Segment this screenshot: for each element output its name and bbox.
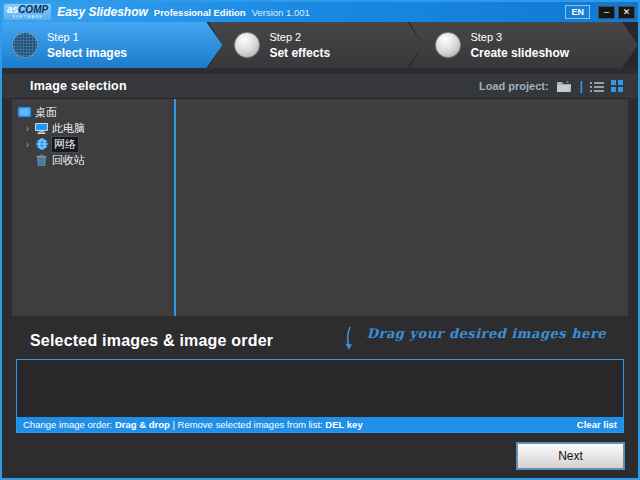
load-project-label: Load project: — [479, 80, 549, 92]
version-label: Version 1.001 — [252, 7, 310, 18]
info-bar: Change image order: Drag & drop | Remove… — [17, 417, 623, 432]
image-thumbnails-area[interactable] — [176, 99, 628, 316]
step1-number: Step 1 — [47, 31, 127, 43]
selected-images-header: Selected images & image order Drag your … — [2, 328, 638, 354]
tree-item-label: 桌面 — [35, 105, 57, 120]
tree-item-network[interactable]: › 网络 — [12, 136, 174, 152]
tree-item-label: 回收站 — [52, 153, 85, 168]
list-view-icon[interactable] — [590, 81, 604, 92]
recycle-bin-icon — [35, 154, 48, 166]
desktop-icon — [18, 106, 31, 118]
toolbar-separator: | — [580, 79, 583, 93]
tree-item-label-selected: 网络 — [52, 137, 78, 152]
title-bar[interactable]: asCOMP SOFTWARE Easy Slideshow Professio… — [2, 2, 638, 22]
ascomp-logo-icon: asCOMP SOFTWARE — [4, 4, 51, 20]
app-title: Easy Slideshow — [57, 5, 148, 19]
image-drop-zone[interactable] — [17, 360, 623, 417]
step1-label: Select images — [47, 46, 127, 60]
step3-label: Create slideshow — [470, 46, 569, 60]
step2-circle-icon — [234, 32, 260, 58]
selected-images-box: Change image order: Drag & drop | Remove… — [16, 359, 624, 433]
image-selection-header: Image selection Load project: | — [2, 74, 638, 98]
open-project-folder-icon[interactable] — [556, 80, 573, 93]
tab-step2-set-effects[interactable]: Step 2 Set effects — [208, 22, 423, 68]
tree-item-recycle-bin[interactable]: 回收站 — [12, 152, 174, 168]
app-window: asCOMP SOFTWARE Easy Slideshow Professio… — [0, 0, 640, 480]
curved-down-arrow-icon — [343, 326, 355, 356]
step3-number: Step 3 — [470, 31, 569, 43]
edition-label: Professional Edition — [154, 7, 246, 18]
close-icon[interactable]: ✕ — [618, 6, 635, 19]
image-browser: 桌面 › 此电脑 › 网络 回收站 — [12, 98, 628, 316]
tab-step1-select-images[interactable]: Step 1 Select images — [2, 22, 222, 68]
expander-icon[interactable]: › — [24, 123, 31, 134]
tree-item-label: 此电脑 — [52, 121, 85, 136]
wizard-steps: Step 1 Select images Step 2 Set effects … — [2, 22, 638, 68]
image-selection-title: Image selection — [30, 79, 127, 93]
thumbnail-view-icon[interactable] — [611, 80, 624, 92]
step2-number: Step 2 — [269, 31, 330, 43]
tree-item-desktop[interactable]: 桌面 — [12, 104, 174, 120]
tab-step3-create-slideshow[interactable]: Step 3 Create slideshow — [409, 22, 638, 68]
minimize-icon[interactable]: – — [598, 6, 615, 19]
logo-subtext: SOFTWARE — [12, 15, 43, 19]
computer-icon — [35, 122, 48, 134]
info-bar-hints: Change image order: Drag & drop | Remove… — [23, 419, 363, 430]
expander-icon[interactable]: › — [24, 139, 31, 150]
network-icon — [35, 138, 48, 150]
next-button[interactable]: Next — [517, 443, 624, 469]
drag-hint-text: Drag your desired images here — [367, 326, 606, 341]
step2-label: Set effects — [269, 46, 330, 60]
step3-circle-icon — [435, 32, 461, 58]
language-button[interactable]: EN — [565, 5, 590, 19]
clear-list-button[interactable]: Clear list — [577, 419, 617, 430]
selected-images-title: Selected images & image order — [30, 332, 273, 350]
footer: Next — [2, 433, 638, 478]
folder-tree: 桌面 › 此电脑 › 网络 回收站 — [12, 99, 174, 316]
tree-item-this-pc[interactable]: › 此电脑 — [12, 120, 174, 136]
step1-circle-icon — [12, 32, 38, 58]
